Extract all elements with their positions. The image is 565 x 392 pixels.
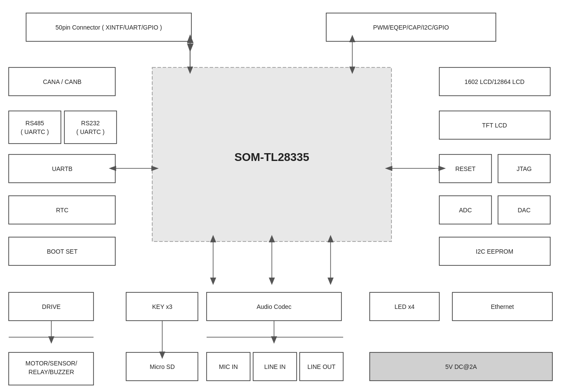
- label-1602-lcd: 1602 LCD/12864 LCD: [465, 78, 525, 85]
- bracket-audio: [207, 321, 343, 344]
- arrow-uartb-left: [109, 166, 159, 171]
- svg-marker-27: [48, 336, 54, 344]
- label-cana-canb: CANA / CANB: [43, 78, 82, 85]
- label-line-out: LINE OUT: [308, 363, 336, 370]
- arrow-bottom-right: [328, 235, 334, 285]
- label-motor-sensor-1: MOTOR/SENSOR/: [26, 360, 77, 367]
- svg-marker-21: [269, 278, 275, 285]
- label-uartb: UARTB: [52, 165, 72, 172]
- label-rs232-sub: ( UARTC ): [76, 128, 104, 135]
- label-tft-lcd: TFT LCD: [482, 122, 507, 129]
- label-i2c-eeprom: I2C EEPROM: [476, 248, 513, 255]
- box-rs232: [64, 111, 117, 144]
- bracket-left: [9, 321, 94, 344]
- connector-micro-sd: [159, 321, 165, 359]
- label-reset: RESET: [455, 165, 476, 172]
- arrow-bottom-center: [269, 235, 275, 285]
- label-line-in: LINE IN: [264, 363, 285, 370]
- label-boot-set: BOOT SET: [47, 248, 78, 255]
- label-power: 5V DC@2A: [445, 363, 477, 370]
- label-dac: DAC: [518, 207, 531, 214]
- label-key-x3: KEY x3: [152, 303, 173, 310]
- box-rs485: [9, 111, 61, 144]
- label-audio-codec: Audio Codec: [257, 303, 291, 310]
- svg-marker-18: [210, 278, 216, 285]
- label-rtc: RTC: [56, 207, 69, 214]
- svg-marker-24: [328, 278, 334, 285]
- label-pwm: PWM/EQEP/CAP/I2C/GPIO: [373, 24, 449, 31]
- label-adc: ADC: [459, 207, 472, 214]
- label-rs485: RS485: [26, 120, 44, 127]
- arrow-bottom-left: [210, 235, 216, 285]
- label-led-x4: LED x4: [394, 303, 415, 310]
- label-ethernet: Ethernet: [491, 303, 514, 310]
- svg-marker-30: [271, 336, 277, 344]
- label-micro-sd: Micro SD: [150, 363, 175, 370]
- label-som: SOM-TL28335: [234, 151, 309, 164]
- arrow-right-main: [385, 166, 446, 171]
- label-mic-in: MIC IN: [219, 363, 238, 370]
- label-rs232: RS232: [81, 120, 100, 127]
- label-50pin-connector: 50pin Connector ( XINTF/UART/GPIO ): [56, 24, 162, 31]
- label-motor-sensor-2: RELAY/BUZZER: [29, 369, 74, 375]
- label-drive: DRIVE: [42, 303, 61, 310]
- arrow-top-right: [349, 35, 355, 74]
- label-rs485-sub: ( UARTC ): [20, 128, 49, 135]
- label-jtag: JTAG: [517, 165, 532, 172]
